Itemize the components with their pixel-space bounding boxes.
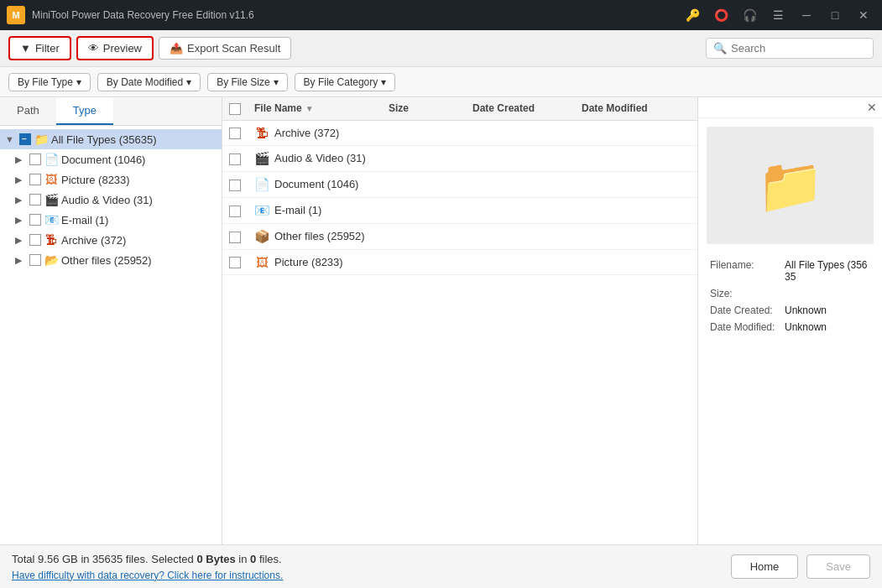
row-checkbox-picture[interactable] [229, 257, 241, 268]
left-panel: Path Type ▼ – 📁 All File Types (35635) ▶… [0, 97, 222, 544]
circle-icon[interactable]: ⭕ [709, 3, 733, 27]
tree-item-picture[interactable]: ▶ 🖼 Picture (8233) [0, 169, 222, 190]
collapse-icon: ▼ [5, 134, 17, 144]
file-row-audio-video[interactable]: 🎬 Audio & Video (31) [222, 146, 697, 172]
row-checkbox-other[interactable] [229, 232, 241, 243]
tree-checkbox-audio-video[interactable] [29, 194, 41, 206]
tree-checkbox-email[interactable] [29, 214, 41, 226]
key-icon[interactable]: 🔑 [681, 3, 704, 27]
tree-label-audio-video: Audio & Video (31) [61, 194, 217, 206]
tree-item-other-files[interactable]: ▶ 📂 Other files (25952) [0, 250, 222, 270]
header-col-date-created[interactable]: Date Created [472, 102, 582, 114]
window-controls: 🔑 ⭕ 🎧 ☰ ─ □ ✕ [681, 3, 875, 27]
filter-file-size[interactable]: By File Size ▾ [207, 73, 287, 91]
tree-label-archive: Archive (372) [61, 234, 217, 247]
preview-size-row: Size: [710, 288, 870, 299]
close-icon[interactable]: ✕ [852, 3, 875, 27]
preview-date-created-label: Date Created: [710, 304, 781, 316]
help-link[interactable]: Have difficulty with data recovery? Clic… [12, 570, 283, 581]
tree-label-document: Document (1046) [61, 154, 217, 166]
menu-icon[interactable]: ☰ [766, 3, 790, 27]
header-checkbox[interactable] [229, 103, 241, 115]
file-row-document[interactable]: 📄 Document (1046) [222, 172, 697, 198]
status-selected-bytes: 0 Bytes [196, 553, 235, 565]
tree-item-document[interactable]: ▶ 📄 Document (1046) [0, 149, 222, 169]
status-total-text: Total 9.56 GB in 35635 files. Selected [12, 553, 196, 565]
toolbar: ▼ Filter 👁 Preview 📤 Export Scan Result … [0, 30, 882, 67]
home-button[interactable]: Home [731, 554, 799, 579]
tree-checkbox-archive[interactable] [29, 234, 41, 246]
preview-panel: ✕ 📁 Filename: All File Types (35635 Size… [697, 97, 882, 544]
chevron-down-icon: ▾ [381, 76, 386, 88]
export-icon: 📤 [170, 42, 183, 55]
minimize-icon[interactable]: ─ [795, 3, 818, 27]
filter-file-type[interactable]: By File Type ▾ [8, 73, 91, 91]
preview-filename-label: Filename: [710, 259, 781, 283]
expand-icon: ▶ [15, 154, 27, 165]
chevron-down-icon: ▾ [274, 76, 279, 88]
row-checkbox-doc[interactable] [229, 180, 241, 191]
picture-row-icon: 🖼 [254, 255, 269, 269]
expand-icon: ▶ [15, 215, 27, 226]
tree-checkbox-other[interactable] [29, 254, 41, 266]
tree-label-email: E-mail (1) [61, 214, 217, 226]
file-row-archive[interactable]: 🗜 Archive (372) [222, 121, 697, 146]
file-list-header: File Name ▼ Size Date Created Date Modif… [222, 97, 697, 121]
tab-bar: Path Type [0, 97, 222, 126]
preview-info: Filename: All File Types (35635 Size: Da… [698, 252, 882, 345]
search-icon: 🔍 [713, 42, 727, 55]
export-button[interactable]: 📤 Export Scan Result [159, 37, 291, 60]
file-row-email[interactable]: 📧 E-mail (1) [222, 198, 697, 224]
status-text-row: Total 9.56 GB in 35635 files. Selected 0… [12, 553, 731, 565]
tree-item-audio-video[interactable]: ▶ 🎬 Audio & Video (31) [0, 190, 222, 210]
tab-type[interactable]: Type [56, 97, 113, 125]
tree-checkbox-all[interactable]: – [19, 133, 31, 145]
preview-image-area: 📁 [707, 127, 874, 244]
audio-video-icon: 🎬 [44, 193, 59, 206]
chevron-down-icon: ▾ [76, 76, 81, 88]
filter-button[interactable]: ▼ Filter [8, 36, 71, 60]
filter-date-modified[interactable]: By Date Modified ▾ [97, 73, 201, 91]
row-checkbox-email[interactable] [229, 206, 241, 217]
search-input[interactable] [731, 42, 866, 55]
chevron-down-icon: ▾ [186, 76, 191, 88]
row-checkbox-archive[interactable] [229, 127, 241, 139]
preview-date-modified-row: Date Modified: Unknown [710, 321, 870, 333]
filter-file-category[interactable]: By File Category ▾ [295, 73, 396, 91]
tree-item-all-file-types[interactable]: ▼ – 📁 All File Types (35635) [0, 129, 222, 149]
preview-date-created-value: Unknown [785, 304, 870, 316]
status-in-text: in [238, 553, 250, 565]
tree-checkbox-picture[interactable] [29, 174, 41, 185]
row-checkbox-av[interactable] [229, 154, 241, 165]
av-row-icon: 🎬 [254, 151, 269, 166]
tree-label-picture: Picture (8233) [61, 174, 217, 186]
preview-icon: 👁 [88, 42, 99, 55]
sort-arrow-icon: ▼ [305, 104, 314, 113]
save-button[interactable]: Save [806, 554, 870, 579]
tree-item-archive[interactable]: ▶ 🗜 Archive (372) [0, 230, 222, 250]
maximize-icon[interactable]: □ [823, 3, 847, 27]
preview-close-bar: ✕ [698, 97, 882, 118]
document-row-icon: 📄 [254, 177, 269, 192]
tree-item-email[interactable]: ▶ 📧 E-mail (1) [0, 210, 222, 230]
other-row-icon: 📦 [254, 229, 269, 244]
expand-icon: ▶ [15, 195, 27, 206]
tree-checkbox-document[interactable] [29, 154, 41, 165]
header-col-date-modified[interactable]: Date Modified [582, 102, 691, 114]
file-row-other[interactable]: 📦 Other files (25952) [222, 224, 697, 250]
tab-path[interactable]: Path [0, 97, 56, 125]
file-row-picture[interactable]: 🖼 Picture (8233) [222, 250, 697, 275]
preview-close-button[interactable]: ✕ [867, 101, 877, 114]
preview-size-label: Size: [710, 288, 781, 299]
preview-button[interactable]: 👁 Preview [76, 36, 154, 60]
header-col-size[interactable]: Size [389, 102, 472, 114]
file-tree: ▼ – 📁 All File Types (35635) ▶ 📄 Documen… [0, 126, 222, 544]
status-buttons: Home Save [731, 554, 870, 579]
preview-size-value [785, 288, 870, 299]
app-logo: M [7, 6, 25, 24]
header-col-name[interactable]: File Name ▼ [254, 102, 389, 114]
email-row-icon: 📧 [254, 203, 269, 218]
archive-row-icon: 🗜 [254, 126, 269, 140]
other-files-icon: 📂 [44, 253, 59, 267]
headphone-icon[interactable]: 🎧 [738, 3, 761, 27]
